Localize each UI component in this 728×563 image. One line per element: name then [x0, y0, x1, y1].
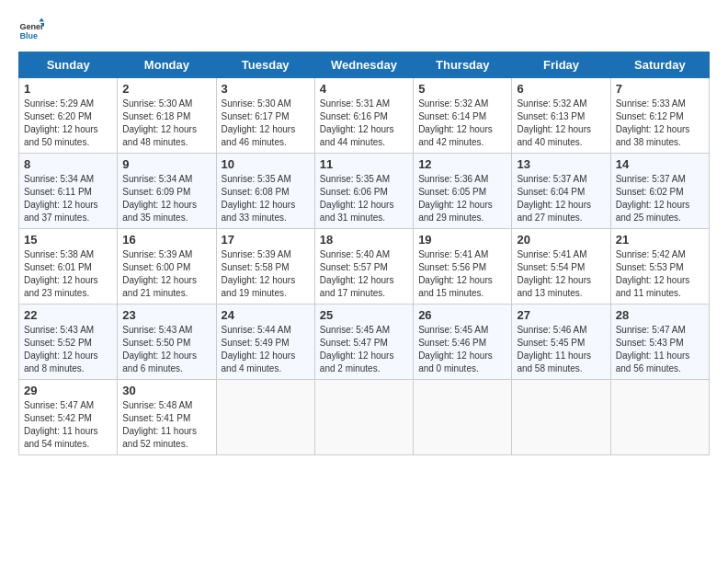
- header-friday: Friday: [512, 52, 610, 78]
- calendar-table: SundayMondayTuesdayWednesdayThursdayFrid…: [18, 52, 710, 455]
- calendar-cell: [610, 380, 709, 455]
- day-info: Sunrise: 5:29 AMSunset: 6:20 PMDaylight:…: [24, 98, 112, 149]
- day-number: 30: [122, 384, 210, 397]
- calendar-cell: 14 Sunrise: 5:37 AMSunset: 6:02 PMDaylig…: [610, 154, 709, 229]
- day-info: Sunrise: 5:32 AMSunset: 6:13 PMDaylight:…: [517, 98, 605, 149]
- day-number: 19: [418, 233, 506, 247]
- day-number: 13: [517, 157, 605, 171]
- calendar-cell: 25 Sunrise: 5:45 AMSunset: 5:47 PMDaylig…: [314, 304, 413, 380]
- day-number: 27: [517, 308, 605, 322]
- calendar-cell: 2 Sunrise: 5:30 AMSunset: 6:18 PMDayligh…: [118, 78, 216, 154]
- day-info: Sunrise: 5:36 AMSunset: 6:05 PMDaylight:…: [418, 173, 506, 224]
- day-number: 3: [222, 82, 310, 96]
- calendar-week-2: 8 Sunrise: 5:34 AMSunset: 6:11 PMDayligh…: [19, 154, 710, 229]
- day-number: 6: [517, 82, 605, 96]
- day-info: Sunrise: 5:34 AMSunset: 6:11 PMDaylight:…: [24, 173, 112, 224]
- day-info: Sunrise: 5:37 AMSunset: 6:04 PMDaylight:…: [517, 173, 605, 224]
- calendar-cell: [314, 380, 413, 455]
- calendar-cell: 8 Sunrise: 5:34 AMSunset: 6:11 PMDayligh…: [19, 154, 118, 229]
- day-number: 26: [418, 308, 506, 322]
- header-thursday: Thursday: [414, 52, 512, 78]
- calendar-cell: 9 Sunrise: 5:34 AMSunset: 6:09 PMDayligh…: [118, 154, 216, 229]
- day-number: 17: [222, 233, 310, 247]
- day-info: Sunrise: 5:41 AMSunset: 5:54 PMDaylight:…: [517, 248, 605, 300]
- calendar-cell: 15 Sunrise: 5:38 AMSunset: 6:01 PMDaylig…: [19, 229, 118, 304]
- day-number: 4: [320, 82, 408, 96]
- calendar-cell: 27 Sunrise: 5:46 AMSunset: 5:45 PMDaylig…: [512, 304, 610, 380]
- day-number: 24: [222, 308, 310, 322]
- calendar-cell: 17 Sunrise: 5:39 AMSunset: 5:58 PMDaylig…: [216, 229, 314, 304]
- day-info: Sunrise: 5:35 AMSunset: 6:08 PMDaylight:…: [222, 173, 310, 224]
- day-number: 5: [418, 82, 506, 96]
- calendar-week-1: 1 Sunrise: 5:29 AMSunset: 6:20 PMDayligh…: [19, 78, 710, 154]
- day-number: 22: [24, 308, 112, 322]
- day-number: 12: [418, 157, 506, 171]
- calendar-cell: 4 Sunrise: 5:31 AMSunset: 6:16 PMDayligh…: [314, 78, 413, 154]
- day-info: Sunrise: 5:44 AMSunset: 5:49 PMDaylight:…: [222, 324, 310, 375]
- day-info: Sunrise: 5:45 AMSunset: 5:47 PMDaylight:…: [320, 324, 408, 375]
- header-sunday: Sunday: [19, 52, 118, 78]
- day-number: 14: [616, 157, 704, 171]
- calendar-cell: [216, 380, 314, 455]
- calendar-week-4: 22 Sunrise: 5:43 AMSunset: 5:52 PMDaylig…: [19, 304, 710, 380]
- calendar-cell: 30 Sunrise: 5:48 AMSunset: 5:41 PMDaylig…: [118, 380, 216, 455]
- day-number: 21: [616, 233, 704, 247]
- day-number: 23: [122, 308, 210, 322]
- day-number: 29: [24, 384, 112, 397]
- calendar-cell: 26 Sunrise: 5:45 AMSunset: 5:46 PMDaylig…: [414, 304, 512, 380]
- day-number: 25: [320, 308, 408, 322]
- day-number: 28: [616, 308, 704, 322]
- calendar-cell: 12 Sunrise: 5:36 AMSunset: 6:05 PMDaylig…: [414, 154, 512, 229]
- page-header: General Blue: [18, 17, 710, 42]
- day-info: Sunrise: 5:34 AMSunset: 6:09 PMDaylight:…: [122, 173, 210, 224]
- logo-icon: General Blue: [18, 17, 44, 42]
- calendar-cell: 28 Sunrise: 5:47 AMSunset: 5:43 PMDaylig…: [610, 304, 709, 380]
- day-number: 2: [122, 82, 210, 96]
- day-number: 18: [320, 233, 408, 247]
- day-info: Sunrise: 5:35 AMSunset: 6:06 PMDaylight:…: [320, 173, 408, 224]
- day-number: 20: [517, 233, 605, 247]
- day-info: Sunrise: 5:45 AMSunset: 5:46 PMDaylight:…: [418, 324, 506, 375]
- calendar-cell: 16 Sunrise: 5:39 AMSunset: 6:00 PMDaylig…: [118, 229, 216, 304]
- day-info: Sunrise: 5:41 AMSunset: 5:56 PMDaylight:…: [418, 248, 506, 300]
- day-info: Sunrise: 5:32 AMSunset: 6:14 PMDaylight:…: [418, 98, 506, 149]
- header-wednesday: Wednesday: [314, 52, 413, 78]
- day-info: Sunrise: 5:46 AMSunset: 5:45 PMDaylight:…: [517, 324, 605, 375]
- calendar-cell: 10 Sunrise: 5:35 AMSunset: 6:08 PMDaylig…: [216, 154, 314, 229]
- calendar-week-5: 29 Sunrise: 5:47 AMSunset: 5:42 PMDaylig…: [19, 380, 710, 455]
- calendar-cell: 22 Sunrise: 5:43 AMSunset: 5:52 PMDaylig…: [19, 304, 118, 380]
- calendar-cell: 20 Sunrise: 5:41 AMSunset: 5:54 PMDaylig…: [512, 229, 610, 304]
- day-info: Sunrise: 5:47 AMSunset: 5:42 PMDaylight:…: [24, 399, 112, 451]
- calendar-cell: 7 Sunrise: 5:33 AMSunset: 6:12 PMDayligh…: [610, 78, 709, 154]
- day-number: 15: [24, 233, 112, 247]
- calendar-cell: 3 Sunrise: 5:30 AMSunset: 6:17 PMDayligh…: [216, 78, 314, 154]
- header-monday: Monday: [118, 52, 216, 78]
- day-number: 1: [24, 82, 112, 96]
- day-info: Sunrise: 5:39 AMSunset: 5:58 PMDaylight:…: [222, 248, 310, 300]
- day-info: Sunrise: 5:42 AMSunset: 5:53 PMDaylight:…: [616, 248, 704, 300]
- day-info: Sunrise: 5:43 AMSunset: 5:50 PMDaylight:…: [122, 324, 210, 375]
- day-number: 10: [222, 157, 310, 171]
- day-info: Sunrise: 5:39 AMSunset: 6:00 PMDaylight:…: [122, 248, 210, 300]
- calendar-week-3: 15 Sunrise: 5:38 AMSunset: 6:01 PMDaylig…: [19, 229, 710, 304]
- day-info: Sunrise: 5:43 AMSunset: 5:52 PMDaylight:…: [24, 324, 112, 375]
- day-info: Sunrise: 5:33 AMSunset: 6:12 PMDaylight:…: [616, 98, 704, 149]
- logo: General Blue: [18, 17, 48, 42]
- calendar-cell: 6 Sunrise: 5:32 AMSunset: 6:13 PMDayligh…: [512, 78, 610, 154]
- calendar-cell: 18 Sunrise: 5:40 AMSunset: 5:57 PMDaylig…: [314, 229, 413, 304]
- svg-text:General: General: [19, 22, 44, 31]
- calendar-header-row: SundayMondayTuesdayWednesdayThursdayFrid…: [19, 52, 710, 78]
- calendar-cell: [512, 380, 610, 455]
- header-saturday: Saturday: [610, 52, 709, 78]
- calendar-cell: 1 Sunrise: 5:29 AMSunset: 6:20 PMDayligh…: [19, 78, 118, 154]
- day-info: Sunrise: 5:30 AMSunset: 6:17 PMDaylight:…: [222, 98, 310, 149]
- calendar-cell: [414, 380, 512, 455]
- svg-marker-2: [39, 17, 44, 21]
- day-info: Sunrise: 5:48 AMSunset: 5:41 PMDaylight:…: [122, 399, 210, 451]
- header-tuesday: Tuesday: [216, 52, 314, 78]
- calendar-cell: 11 Sunrise: 5:35 AMSunset: 6:06 PMDaylig…: [314, 154, 413, 229]
- day-number: 7: [616, 82, 704, 96]
- day-info: Sunrise: 5:37 AMSunset: 6:02 PMDaylight:…: [616, 173, 704, 224]
- day-info: Sunrise: 5:40 AMSunset: 5:57 PMDaylight:…: [320, 248, 408, 300]
- calendar-cell: 23 Sunrise: 5:43 AMSunset: 5:50 PMDaylig…: [118, 304, 216, 380]
